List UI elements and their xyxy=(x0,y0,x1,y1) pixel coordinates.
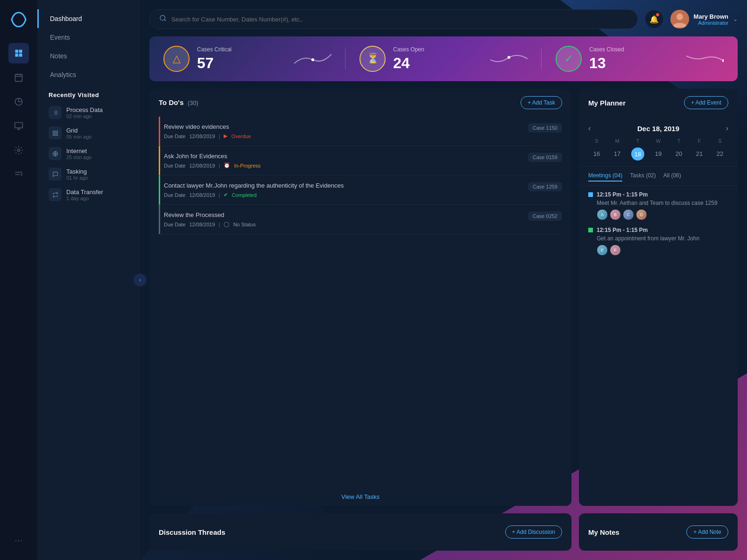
event-avatar: A xyxy=(597,209,608,220)
svg-rect-21 xyxy=(53,131,55,133)
todo-title: To Do's xyxy=(159,98,183,106)
todo-title-4: Review the Processed xyxy=(164,211,522,218)
event-avatar: E xyxy=(597,245,608,256)
todo-status-3: Completed xyxy=(232,192,256,198)
stat-card-open: ⏳ Cases Open 24 xyxy=(345,46,542,72)
tab-tasks[interactable]: Tasks (02) xyxy=(630,170,655,182)
svg-rect-0 xyxy=(15,50,19,53)
user-role: Administrator xyxy=(694,20,728,26)
nav-icon-monitor[interactable] xyxy=(8,116,29,136)
nav-icon-more[interactable]: ⋯ xyxy=(8,530,29,551)
svg-point-27 xyxy=(160,15,165,21)
todo-status-1: Overdue xyxy=(231,133,251,139)
notes-label: Notes xyxy=(50,52,67,60)
nav-icon-events[interactable] xyxy=(8,67,29,88)
add-event-button[interactable]: + Add Event xyxy=(684,96,728,109)
cal-day-22[interactable]: 22 xyxy=(710,147,730,161)
cal-day-20[interactable]: 20 xyxy=(669,147,689,161)
recent-item-process-data[interactable]: Process Data 02 min ago xyxy=(37,102,140,123)
event-1-time: 12:15 Pm - 1:15 Pm xyxy=(597,191,648,198)
todo-title-1: Review video evidences xyxy=(164,123,522,130)
notification-bell[interactable]: 🔔 xyxy=(645,10,663,28)
event-avatar: D xyxy=(636,209,647,220)
app-container: ⋯ ‹ Dashboard Events Notes Analytics Rec… xyxy=(0,0,747,560)
stat-card-critical: △ Cases Critical 57 xyxy=(149,46,345,72)
critical-label: Cases Critical xyxy=(197,46,287,53)
events-label: Events xyxy=(50,34,70,41)
svg-rect-1 xyxy=(19,50,22,53)
event-2-avatars: E F xyxy=(597,245,728,256)
cal-day-17[interactable]: 17 xyxy=(607,147,627,161)
todo-title-2: Ask John for Evidences xyxy=(164,153,522,160)
nav-icon-dashboard[interactable] xyxy=(8,43,29,63)
recent-item-grid[interactable]: Grid 05 min ago xyxy=(37,123,140,143)
svg-rect-24 xyxy=(56,133,57,135)
critical-value: 57 xyxy=(197,55,287,72)
recent-tasking-name: Tasking xyxy=(66,168,129,175)
nav-icon-settings[interactable] xyxy=(8,140,29,161)
cal-day-19[interactable]: 19 xyxy=(648,147,669,161)
svg-rect-3 xyxy=(19,54,22,57)
todo-case-3: Case 1259 xyxy=(528,182,562,191)
cal-day-16[interactable]: 16 xyxy=(586,147,607,161)
add-task-button[interactable]: + Add Task xyxy=(521,96,562,109)
event-1-dot xyxy=(588,192,593,197)
calendar-month-year: Dec 18, 2019 xyxy=(637,125,679,133)
view-all-tasks-link[interactable]: View All Tasks xyxy=(149,488,571,506)
svg-point-31 xyxy=(311,58,314,61)
cal-day-18-today[interactable]: 18 xyxy=(631,147,644,161)
stat-card-closed: ✓ Cases Closed 13 xyxy=(542,46,738,72)
app-logo xyxy=(8,9,29,30)
calendar-prev-button[interactable]: ‹ xyxy=(588,124,591,133)
planner-panel: My Planner + Add Event ‹ Dec 18, 2019 › … xyxy=(579,89,738,506)
recent-item-tasking[interactable]: Tasking 01 hr ago xyxy=(37,164,140,184)
event-1-avatars: A B C D xyxy=(597,209,728,220)
planner-title: My Planner xyxy=(588,99,626,107)
planner-tabs: Meetings (04) Tasks (02) All (06) xyxy=(579,166,738,186)
recent-data-transfer-time: 1 day ago xyxy=(66,196,129,201)
add-note-button[interactable]: + Add Note xyxy=(686,525,728,539)
event-2-desc: Get an appointment from lawyer Mr. John xyxy=(597,235,728,242)
sidebar-item-notes[interactable]: Notes xyxy=(37,47,140,65)
recent-tasking-time: 01 hr ago xyxy=(66,175,129,181)
grid-icon xyxy=(49,126,62,140)
critical-icon: △ xyxy=(163,46,190,72)
nav-icon-analytics[interactable] xyxy=(8,91,29,112)
calendar-next-button[interactable]: › xyxy=(726,124,728,133)
recent-item-internet[interactable]: Internet 25 min ago xyxy=(37,143,140,164)
todo-due-label-1: Due Date xyxy=(164,133,185,139)
sidebar-panel: ‹ Dashboard Events Notes Analytics Recen… xyxy=(37,0,140,560)
sidebar-item-events[interactable]: Events xyxy=(37,28,140,47)
open-label: Cases Open xyxy=(393,46,483,53)
calendar-header: ‹ Dec 18, 2019 › xyxy=(579,117,738,136)
add-discussion-button[interactable]: + Add Discussion xyxy=(505,525,562,539)
closed-value: 13 xyxy=(589,55,679,72)
closed-label: Cases Closed xyxy=(589,46,679,53)
recent-grid-name: Grid xyxy=(66,127,129,134)
planner-event-1: 12:15 Pm - 1:15 Pm Meet Mr. Aethan and T… xyxy=(588,191,728,220)
sidebar-item-dashboard[interactable]: Dashboard xyxy=(37,9,140,28)
header: 🔔 Mary Brown Administrator xyxy=(149,9,738,29)
todo-status-icon-1: ▶ xyxy=(224,133,227,139)
tab-all[interactable]: All (06) xyxy=(663,170,681,182)
todo-status-2: In-Progress xyxy=(234,163,261,168)
cal-day-21[interactable]: 21 xyxy=(689,147,710,161)
nav-icon-sort[interactable] xyxy=(8,164,29,185)
user-profile[interactable]: Mary Brown Administrator ⌄ xyxy=(670,10,738,28)
recent-process-data-time: 02 min ago xyxy=(66,113,129,119)
sidebar-collapse-button[interactable]: ‹ xyxy=(134,273,147,287)
notes-title: My Notes xyxy=(588,528,620,536)
search-bar[interactable] xyxy=(149,9,638,29)
closed-chart xyxy=(686,50,724,67)
analytics-label: Analytics xyxy=(50,71,76,78)
todo-panel-header: To Do's (30) + Add Task xyxy=(149,89,571,117)
recent-item-data-transfer[interactable]: Data Transfer 1 day ago xyxy=(37,184,140,205)
sidebar-item-analytics[interactable]: Analytics xyxy=(37,65,140,84)
recent-data-transfer-name: Data Transfer xyxy=(66,189,129,196)
todo-due-label-2: Due Date xyxy=(164,163,185,168)
todo-date-2: 12/08/2019 xyxy=(189,163,215,168)
todo-panel: To Do's (30) + Add Task Review video evi… xyxy=(149,89,571,506)
tab-meetings[interactable]: Meetings (04) xyxy=(588,170,622,182)
search-input[interactable] xyxy=(171,16,628,23)
transfer-icon xyxy=(49,188,62,201)
